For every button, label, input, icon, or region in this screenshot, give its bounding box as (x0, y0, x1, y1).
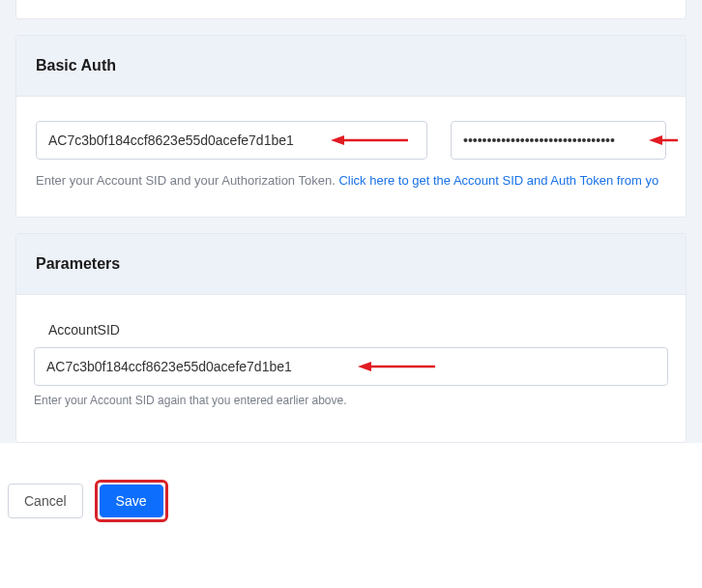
parameters-account-sid-help: Enter your Account SID again that you en… (34, 394, 668, 407)
cancel-button[interactable]: Cancel (8, 484, 83, 518)
account-sid-input[interactable] (36, 121, 427, 160)
parameters-header: Parameters (16, 234, 686, 295)
basic-auth-help: Enter your Account SID and your Authoriz… (36, 173, 666, 188)
previous-card-bottom (15, 0, 687, 19)
parameters-card: Parameters AccountSID Enter your Account… (15, 233, 687, 443)
basic-auth-card: Basic Auth (15, 35, 687, 218)
save-button-highlight: Save (95, 480, 168, 522)
basic-auth-header: Basic Auth (16, 36, 686, 97)
save-button[interactable]: Save (100, 485, 163, 517)
account-sid-label: AccountSID (34, 322, 668, 338)
auth-token-input[interactable] (451, 121, 666, 160)
get-sid-token-link[interactable]: Click here to get the Account SID and Au… (338, 173, 658, 188)
help-text: Enter your Account SID and your Authoriz… (36, 173, 338, 188)
parameters-account-sid-input[interactable] (34, 347, 668, 386)
footer-buttons: Cancel Save (0, 458, 702, 542)
